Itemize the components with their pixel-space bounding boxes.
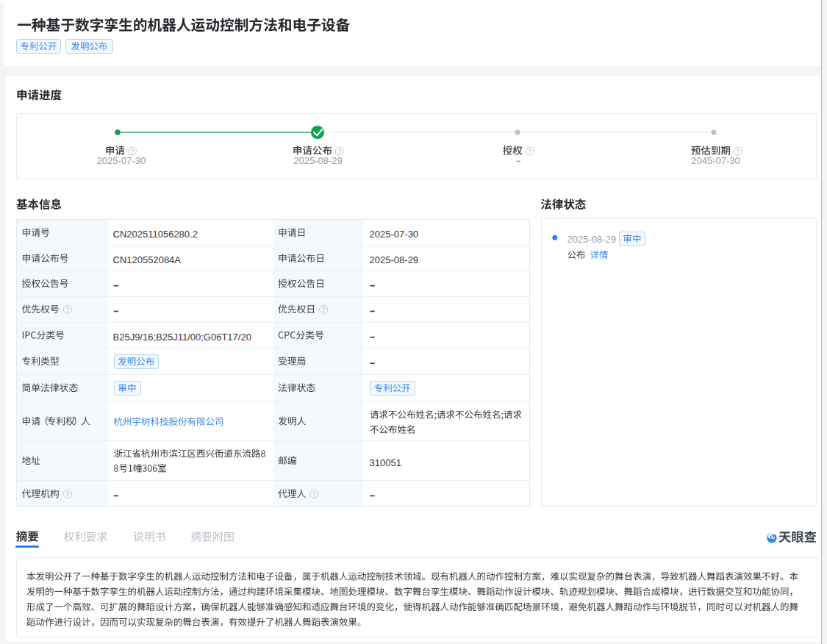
svg-text:CN202511056280.2: CN202511056280.2 bbox=[113, 229, 198, 240]
svg-text:2025-08-29: 2025-08-29 bbox=[293, 155, 343, 166]
svg-text:2025-07-30: 2025-07-30 bbox=[370, 229, 418, 240]
svg-text:2045-07-30: 2045-07-30 bbox=[691, 155, 740, 166]
svg-text:2025-08-29: 2025-08-29 bbox=[370, 254, 418, 265]
svg-text:2025-08-29: 2025-08-29 bbox=[568, 234, 617, 245]
svg-text:?: ? bbox=[130, 148, 134, 155]
svg-text:2025-07-30: 2025-07-30 bbox=[97, 155, 146, 166]
svg-text:B25J9/16;B25J11/00;G06T17/20: B25J9/16;B25J11/00;G06T17/20 bbox=[113, 332, 251, 343]
svg-text:?: ? bbox=[337, 148, 341, 155]
svg-text:?: ? bbox=[528, 148, 531, 155]
svg-text:CN120552084A: CN120552084A bbox=[113, 254, 182, 265]
svg-text:?: ? bbox=[65, 306, 69, 313]
svg-text:?: ? bbox=[736, 148, 740, 155]
svg-text:?: ? bbox=[322, 306, 326, 313]
svg-text:310051: 310051 bbox=[370, 457, 401, 468]
svg-text:?: ? bbox=[312, 490, 316, 498]
svg-text:?: ? bbox=[65, 490, 69, 498]
